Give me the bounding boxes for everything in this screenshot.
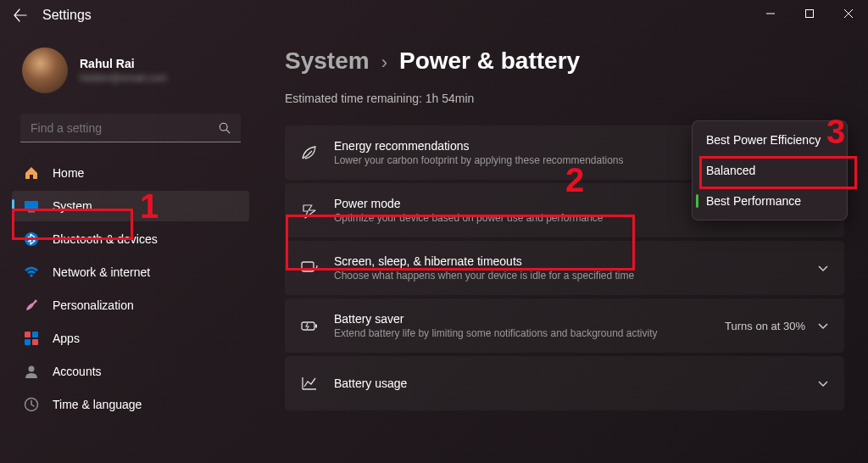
home-icon <box>24 165 39 181</box>
sidebar-item-label: Apps <box>53 332 80 345</box>
setting-title: Battery saver <box>334 312 725 326</box>
account-icon <box>24 364 39 379</box>
svg-rect-14 <box>315 325 317 328</box>
power-mode-dropdown: Best Power Efficiency Balanced Best Perf… <box>692 120 848 220</box>
system-icon <box>24 198 39 214</box>
brush-icon <box>24 298 39 313</box>
user-email: hidden@email.com <box>80 72 167 84</box>
svg-rect-7 <box>32 332 38 337</box>
svg-rect-9 <box>32 339 38 345</box>
breadcrumb-current: Power & battery <box>399 47 580 75</box>
power-mode-icon <box>300 201 319 220</box>
sidebar-item-apps[interactable]: Apps <box>12 323 249 354</box>
chevron-down-icon <box>817 262 829 274</box>
breadcrumb-parent[interactable]: System <box>285 47 370 75</box>
sidebar-item-label: Time & language <box>53 398 142 411</box>
close-button[interactable] <box>829 0 868 27</box>
settings-list: Energy recommendations Lower your carbon… <box>285 126 844 410</box>
setting-desc: Extend battery life by limiting some not… <box>334 327 725 339</box>
svg-rect-12 <box>302 262 314 271</box>
svg-rect-3 <box>28 211 35 213</box>
sidebar: Rahul Rai hidden@email.com Home System B… <box>0 31 261 463</box>
chevron-down-icon <box>817 320 829 332</box>
user-name: Rahul Rai <box>80 57 167 70</box>
search-box[interactable] <box>20 114 241 142</box>
apps-icon <box>24 331 39 346</box>
sidebar-item-label: System <box>53 199 92 213</box>
estimated-time: Estimated time remaining: 1h 54min <box>285 92 844 105</box>
setting-title: Battery usage <box>334 377 817 390</box>
breadcrumb: System › Power & battery <box>285 47 844 75</box>
dropdown-item-balanced[interactable]: Balanced <box>696 155 843 186</box>
sidebar-item-network[interactable]: Network & internet <box>12 257 249 287</box>
sidebar-item-personalization[interactable]: Personalization <box>12 290 249 321</box>
clock-icon <box>24 397 39 412</box>
chevron-down-icon <box>817 377 829 389</box>
dropdown-item-performance[interactable]: Best Performance <box>696 186 843 216</box>
battery-saver-card[interactable]: Battery saver Extend battery life by lim… <box>285 298 844 353</box>
svg-point-10 <box>29 366 35 372</box>
battery-usage-card[interactable]: Battery usage <box>285 356 844 410</box>
search-input[interactable] <box>31 121 219 135</box>
setting-title: Screen, sleep, & hibernate timeouts <box>334 254 817 268</box>
svg-rect-2 <box>25 201 38 210</box>
chevron-right-icon: › <box>381 52 387 74</box>
wifi-icon <box>24 265 39 280</box>
svg-point-5 <box>30 274 33 277</box>
sidebar-item-label: Personalization <box>53 298 134 312</box>
titlebar: Settings <box>0 0 868 31</box>
sleep-icon <box>300 259 319 277</box>
sidebar-item-bluetooth[interactable]: Bluetooth & devices <box>12 224 249 254</box>
avatar <box>22 47 68 93</box>
sidebar-item-label: Home <box>53 166 84 180</box>
chart-icon <box>300 374 319 393</box>
user-section[interactable]: Rahul Rai hidden@email.com <box>8 31 253 105</box>
bluetooth-icon <box>24 232 39 247</box>
setting-desc: Choose what happens when your device is … <box>334 270 817 282</box>
battery-saver-icon <box>300 316 319 335</box>
sidebar-item-time[interactable]: Time & language <box>12 389 249 420</box>
screen-sleep-card[interactable]: Screen, sleep, & hibernate timeouts Choo… <box>285 241 844 295</box>
svg-rect-0 <box>806 10 814 18</box>
battery-saver-status: Turns on at 30% <box>725 320 805 332</box>
minimize-button[interactable] <box>751 0 790 27</box>
svg-rect-6 <box>25 332 31 337</box>
svg-point-1 <box>220 123 227 131</box>
window-controls <box>751 0 868 27</box>
search-icon <box>219 122 231 134</box>
maximize-button[interactable] <box>790 0 829 27</box>
sidebar-item-label: Accounts <box>53 365 102 378</box>
sidebar-item-label: Network & internet <box>53 265 150 279</box>
sidebar-item-accounts[interactable]: Accounts <box>12 356 249 387</box>
back-arrow-icon[interactable] <box>14 8 27 22</box>
energy-recommendations-card[interactable]: Energy recommendations Lower your carbon… <box>285 126 844 180</box>
sidebar-item-label: Bluetooth & devices <box>53 232 158 246</box>
app-title: Settings <box>42 8 92 23</box>
sidebar-item-system[interactable]: System <box>12 191 249 221</box>
dropdown-item-efficiency[interactable]: Best Power Efficiency <box>696 125 843 155</box>
svg-rect-8 <box>25 339 31 345</box>
leaf-icon <box>300 143 319 162</box>
sidebar-item-home[interactable]: Home <box>12 158 249 188</box>
main-panel: System › Power & battery Estimated time … <box>261 31 868 463</box>
